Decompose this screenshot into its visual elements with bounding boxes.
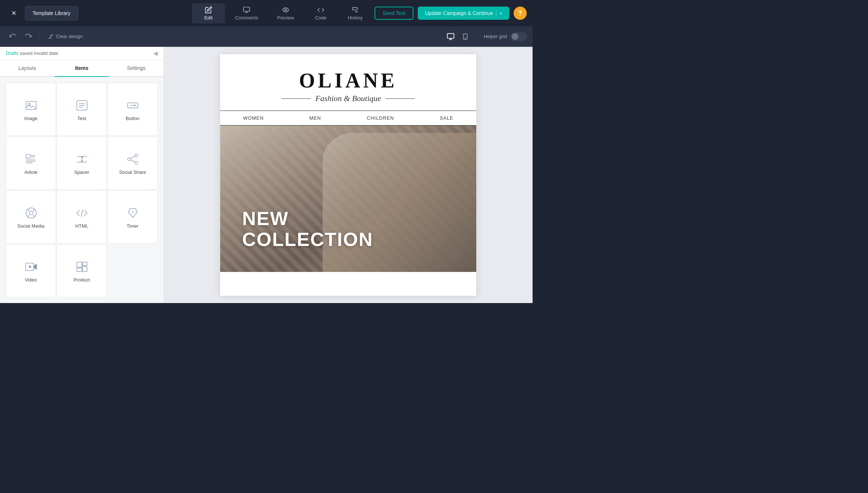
svg-point-4: [465, 38, 466, 38]
drafts-label: Drafts: [6, 51, 19, 56]
tab-edit[interactable]: Edit: [192, 3, 225, 23]
tab-history-label: History: [348, 15, 362, 20]
sidebar: Drafts saved Invalid date ◀ Layouts Item…: [0, 47, 164, 303]
nav-item-children: CHILDREN: [367, 115, 394, 121]
tab-items[interactable]: Items: [55, 60, 109, 77]
clear-design-button[interactable]: Clear design: [44, 31, 86, 42]
svg-rect-42: [77, 262, 82, 267]
tab-comments[interactable]: Comments: [226, 3, 267, 23]
hero-line2: COLLECTION: [242, 229, 373, 250]
toolbar-divider-1: [40, 32, 40, 41]
item-button[interactable]: Button: [108, 83, 158, 136]
item-text[interactable]: Text: [57, 83, 107, 136]
item-html[interactable]: HTML: [57, 190, 107, 243]
nav-right: Send Test Update Campaign & Continue ▾ ?: [375, 7, 527, 20]
article-label: Article: [24, 169, 37, 175]
svg-line-33: [33, 209, 35, 211]
update-campaign-button[interactable]: Update Campaign & Continue ▾: [418, 7, 509, 20]
device-buttons: [444, 30, 472, 43]
svg-rect-2: [447, 33, 454, 38]
video-label: Video: [25, 277, 37, 283]
desktop-view-button[interactable]: [444, 30, 457, 43]
clear-design-label: Clear design: [56, 34, 83, 39]
tab-code-label: Code: [315, 15, 326, 20]
svg-point-25: [135, 154, 138, 157]
email-canvas: OLIANE Fashion & Boutique WOMEN MEN CHIL…: [220, 54, 476, 296]
saved-status: saved Invalid date: [19, 51, 58, 56]
update-campaign-label: Update Campaign & Continue: [425, 10, 493, 16]
svg-point-31: [29, 211, 33, 215]
social-share-icon: [126, 153, 139, 166]
email-header: OLIANE Fashion & Boutique: [220, 54, 476, 111]
timer-icon: [126, 206, 139, 220]
tab-preview[interactable]: Preview: [268, 3, 303, 23]
mobile-view-button[interactable]: [459, 30, 472, 43]
items-grid: Image Text: [0, 77, 164, 303]
top-bar: × Template Library Edit Comments Pre: [0, 0, 533, 26]
spacer-icon: [75, 153, 89, 166]
helper-grid-section: Helper grid: [484, 32, 527, 41]
social-media-label: Social Media: [17, 223, 44, 229]
social-media-icon: [25, 206, 38, 220]
collapse-sidebar-button[interactable]: ◀: [153, 50, 158, 57]
tab-preview-label: Preview: [277, 15, 294, 20]
email-nav-menu: WOMEN MEN CHILDREN SALE: [220, 111, 476, 126]
tab-layouts[interactable]: Layouts: [0, 60, 55, 77]
svg-line-29: [131, 160, 135, 162]
undo-button[interactable]: [6, 30, 19, 43]
canvas-area: OLIANE Fashion & Boutique WOMEN MEN CHIL…: [164, 47, 533, 303]
tab-code[interactable]: Code: [304, 3, 337, 23]
svg-line-28: [131, 156, 135, 158]
svg-rect-14: [26, 154, 30, 158]
svg-rect-45: [83, 266, 87, 272]
tab-comments-label: Comments: [235, 15, 258, 20]
hero-background: [220, 126, 476, 272]
timer-label: Timer: [127, 223, 139, 229]
hero-line1: NEW: [242, 208, 373, 229]
svg-point-1: [285, 9, 286, 11]
redo-button[interactable]: [22, 30, 35, 43]
svg-line-35: [33, 215, 35, 217]
item-image[interactable]: Image: [6, 83, 56, 136]
svg-line-34: [27, 215, 29, 217]
image-icon: [25, 99, 38, 112]
item-social-media[interactable]: Social Media: [6, 190, 56, 243]
help-button[interactable]: ?: [514, 7, 527, 20]
html-label: HTML: [75, 223, 88, 229]
svg-line-36: [81, 209, 83, 217]
item-product[interactable]: Product: [57, 244, 107, 297]
item-article[interactable]: Article: [6, 137, 56, 190]
button-label: Button: [126, 116, 140, 121]
video-icon: [25, 260, 38, 273]
item-video[interactable]: Video: [6, 244, 56, 297]
tab-settings[interactable]: Settings: [109, 60, 164, 77]
svg-marker-13: [134, 104, 136, 107]
item-spacer[interactable]: Spacer: [57, 137, 107, 190]
main-content: Drafts saved Invalid date ◀ Layouts Item…: [0, 47, 533, 303]
nav-item-women: WOMEN: [243, 115, 264, 121]
item-timer[interactable]: Timer: [108, 190, 158, 243]
close-button[interactable]: ×: [6, 5, 22, 21]
send-test-button[interactable]: Send Test: [375, 7, 413, 20]
helper-grid-toggle[interactable]: [511, 32, 527, 41]
sidebar-header: Drafts saved Invalid date ◀: [0, 47, 164, 60]
update-campaign-chevron: ▾: [496, 10, 502, 17]
svg-rect-0: [244, 7, 250, 11]
tab-history[interactable]: History: [339, 3, 372, 23]
tab-edit-label: Edit: [204, 15, 213, 20]
button-icon: [126, 99, 139, 112]
nav-item-sale: SALE: [440, 115, 453, 121]
svg-point-26: [128, 158, 131, 161]
svg-line-32: [27, 209, 29, 211]
product-label: Product: [74, 277, 90, 283]
svg-rect-43: [77, 268, 82, 272]
svg-rect-5: [26, 101, 36, 109]
secondary-toolbar: Clear design Helper grid: [0, 26, 533, 47]
sidebar-tabs: Layouts Items Settings: [0, 60, 164, 77]
template-library-button[interactable]: Template Library: [25, 6, 78, 20]
hero-text: NEW COLLECTION: [242, 208, 373, 250]
item-social-share[interactable]: Social Share: [108, 137, 158, 190]
image-label: Image: [24, 116, 37, 121]
hero-image: NEW COLLECTION: [220, 126, 476, 272]
helper-grid-label: Helper grid: [484, 34, 507, 39]
